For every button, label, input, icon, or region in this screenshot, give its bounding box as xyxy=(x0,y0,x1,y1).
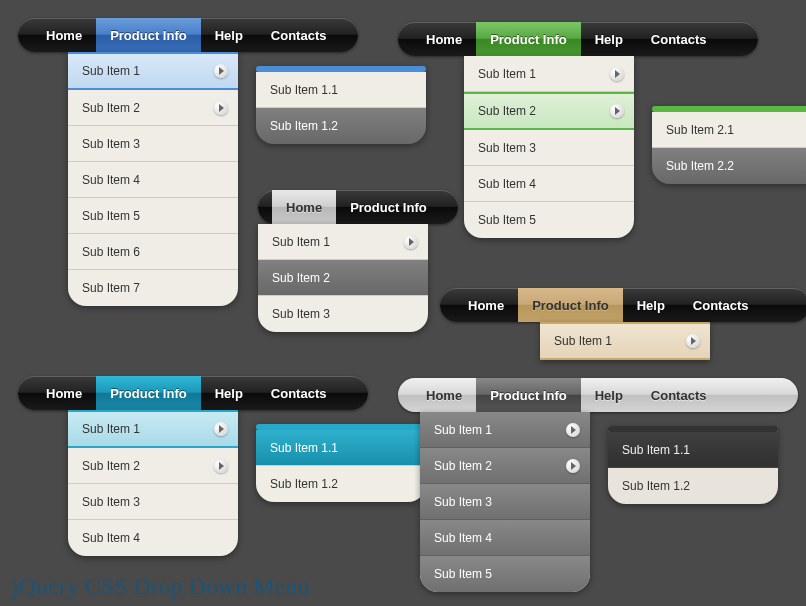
submenu-dark: Sub Item 1.1 Sub Item 1.2 xyxy=(608,426,778,504)
chevron-right-icon xyxy=(404,235,418,249)
tab-contacts[interactable]: Contacts xyxy=(257,376,341,410)
tab-home[interactable]: Home xyxy=(412,378,476,412)
dropdown-item[interactable]: Sub Item 7 xyxy=(68,270,238,306)
tab-product[interactable]: Product Info xyxy=(518,288,623,322)
dropdown-cyan: Sub Item 1 Sub Item 2 Sub Item 3 Sub Ite… xyxy=(68,410,238,556)
submenu-green: Sub Item 2.1 Sub Item 2.2 xyxy=(652,106,806,184)
dropdown-item[interactable]: Sub Item 1 xyxy=(420,412,590,448)
dropdown-item[interactable]: Sub Item 2 xyxy=(68,448,238,484)
tab-product[interactable]: Product Info xyxy=(476,22,581,56)
dropdown-item[interactable]: Sub Item 3 xyxy=(464,130,634,166)
label: Sub Item 1 xyxy=(82,64,140,78)
submenu-item[interactable]: Sub Item 1.1 xyxy=(256,72,426,108)
dropdown-item[interactable]: Sub Item 2 xyxy=(464,92,634,130)
chevron-right-icon xyxy=(214,64,228,78)
tab-home[interactable]: Home xyxy=(32,376,96,410)
tab-help[interactable]: Help xyxy=(201,18,257,52)
menu-bar-light: Home Product Info Help Contacts xyxy=(398,378,798,412)
chevron-right-icon xyxy=(214,422,228,436)
chevron-right-icon xyxy=(566,459,580,473)
chevron-right-icon xyxy=(214,101,228,115)
dropdown-tan: Sub Item 1 xyxy=(540,322,710,360)
tab-help[interactable]: Help xyxy=(581,378,637,412)
dropdown-item[interactable]: Sub Item 1 xyxy=(464,56,634,92)
dropdown-item[interactable]: Sub Item 1 xyxy=(68,52,238,90)
dropdown-item[interactable]: Sub Item 2 xyxy=(68,90,238,126)
submenu-item[interactable]: Sub Item 2.1 xyxy=(652,112,806,148)
label: Sub Item 2 xyxy=(434,459,492,473)
submenu-item[interactable]: Sub Item 1.2 xyxy=(256,108,426,144)
chevron-right-icon xyxy=(566,423,580,437)
dropdown-item[interactable]: Sub Item 1 xyxy=(68,410,238,448)
menu-bar-green: Home Product Info Help Contacts xyxy=(398,22,758,56)
dropdown-item[interactable]: Sub Item 6 xyxy=(68,234,238,270)
dropdown-item[interactable]: Sub Item 5 xyxy=(464,202,634,238)
tab-contacts[interactable]: Contacts xyxy=(679,288,763,322)
tab-home[interactable]: Home xyxy=(32,18,96,52)
submenu-cyan: Sub Item 1.1 Sub Item 1.2 xyxy=(256,424,426,502)
label: Sub Item 2 xyxy=(82,459,140,473)
label: Sub Item 2 xyxy=(82,101,140,115)
dropdown-grey: Sub Item 1 Sub Item 2 Sub Item 3 xyxy=(258,224,428,332)
menu-bar-grey-partial: Home Product Info xyxy=(258,190,458,224)
submenu-item[interactable]: Sub Item 1.2 xyxy=(608,468,778,504)
tab-help[interactable]: Help xyxy=(581,22,637,56)
tab-home[interactable]: Home xyxy=(454,288,518,322)
dropdown-item[interactable]: Sub Item 4 xyxy=(68,520,238,556)
label: Sub Item 1 xyxy=(434,423,492,437)
logo-text: jQuery CSS Drop Down Menu xyxy=(12,573,309,600)
dropdown-item[interactable]: Sub Item 1 xyxy=(258,224,428,260)
chevron-right-icon xyxy=(214,459,228,473)
chevron-right-icon xyxy=(686,334,700,348)
dropdown-blue: Sub Item 1 Sub Item 2 Sub Item 3 Sub Ite… xyxy=(68,52,238,306)
label: Sub Item 1 xyxy=(272,235,330,249)
tab-home[interactable]: Home xyxy=(272,190,336,224)
dropdown-item[interactable]: Sub Item 4 xyxy=(420,520,590,556)
label: Sub Item 1 xyxy=(554,334,612,348)
dropdown-item[interactable]: Sub Item 3 xyxy=(68,484,238,520)
dropdown-item[interactable]: Sub Item 5 xyxy=(420,556,590,592)
tab-product[interactable]: Product Info xyxy=(96,376,201,410)
dropdown-item[interactable]: Sub Item 1 xyxy=(540,322,710,360)
tab-home[interactable]: Home xyxy=(412,22,476,56)
dropdown-item[interactable]: Sub Item 4 xyxy=(68,162,238,198)
tab-product[interactable]: Product Info xyxy=(96,18,201,52)
dropdown-item[interactable]: Sub Item 3 xyxy=(68,126,238,162)
chevron-right-icon xyxy=(610,67,624,81)
submenu-item[interactable]: Sub Item 1.1 xyxy=(608,432,778,468)
label: Sub Item 1 xyxy=(478,67,536,81)
tab-contacts[interactable]: Contacts xyxy=(257,18,341,52)
submenu-item[interactable]: Sub Item 1.2 xyxy=(256,466,426,502)
submenu-item[interactable]: Sub Item 2.2 xyxy=(652,148,806,184)
chevron-right-icon xyxy=(610,104,624,118)
tab-product[interactable]: Product Info xyxy=(476,378,581,412)
tab-help[interactable]: Help xyxy=(623,288,679,322)
tab-contacts[interactable]: Contacts xyxy=(637,378,721,412)
submenu-item[interactable]: Sub Item 1.1 xyxy=(256,430,426,466)
dropdown-item[interactable]: Sub Item 4 xyxy=(464,166,634,202)
dropdown-item[interactable]: Sub Item 2 xyxy=(258,260,428,296)
label: Sub Item 2 xyxy=(478,104,536,118)
tab-help[interactable]: Help xyxy=(201,376,257,410)
label: Sub Item 1 xyxy=(82,422,140,436)
menu-bar-tan: Home Product Info Help Contacts xyxy=(440,288,806,322)
submenu-blue: Sub Item 1.1 Sub Item 1.2 xyxy=(256,66,426,144)
dropdown-item[interactable]: Sub Item 2 xyxy=(420,448,590,484)
menu-bar-blue: Home Product Info Help Contacts xyxy=(18,18,358,52)
menu-bar-cyan: Home Product Info Help Contacts xyxy=(18,376,368,410)
dropdown-item[interactable]: Sub Item 3 xyxy=(420,484,590,520)
dropdown-green: Sub Item 1 Sub Item 2 Sub Item 3 Sub Ite… xyxy=(464,56,634,238)
dropdown-item[interactable]: Sub Item 5 xyxy=(68,198,238,234)
dropdown-item[interactable]: Sub Item 3 xyxy=(258,296,428,332)
tab-contacts[interactable]: Contacts xyxy=(637,22,721,56)
tab-product[interactable]: Product Info xyxy=(336,190,441,224)
dropdown-light: Sub Item 1 Sub Item 2 Sub Item 3 Sub Ite… xyxy=(420,412,590,592)
